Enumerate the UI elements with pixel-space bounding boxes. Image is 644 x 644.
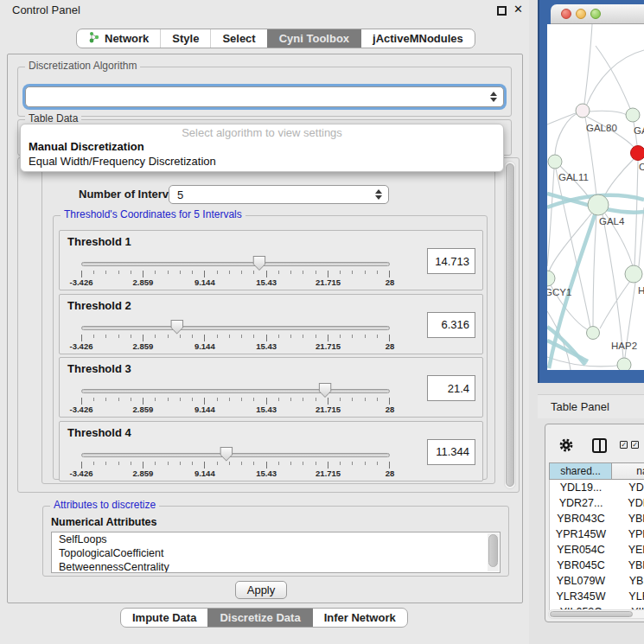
network-node-label: GAL80 — [586, 123, 617, 133]
network-node[interactable] — [626, 108, 640, 122]
threshold-slider[interactable]: -3.426 2.859 9.144 15.43 21.715 — [81, 386, 390, 416]
scrollbar-thumb[interactable] — [550, 611, 633, 617]
interval-definition-group: Interval Definition Number of Intervals … — [41, 166, 495, 484]
apply-button[interactable]: Apply — [235, 581, 287, 599]
dropdown-option-equal-width[interactable]: Equal Width/Frequency Discretization — [21, 154, 503, 169]
threshold-slider[interactable]: -3.426 2.859 9.144 15.43 21.715 — [81, 323, 390, 353]
threshold-value-input[interactable]: 14.713 — [427, 248, 475, 274]
table-row[interactable]: YLR345W YLR3 — [550, 589, 644, 604]
tab-jactivemnodules[interactable]: jActiveMNodules — [360, 29, 475, 48]
threshold-label: Threshold 1 — [67, 235, 131, 248]
table-cell[interactable]: YBL0 — [612, 573, 644, 589]
column-header-name[interactable]: na — [612, 463, 644, 479]
table-cell[interactable]: YBR045C — [550, 558, 612, 573]
tab-style[interactable]: Style — [160, 29, 210, 48]
list-item[interactable]: BetweennessCentrality — [52, 560, 500, 573]
tick-label: 21.715 — [316, 405, 341, 414]
network-window-titlebar[interactable] — [551, 4, 644, 24]
network-node[interactable] — [625, 265, 642, 283]
float-window-icon[interactable] — [497, 6, 507, 16]
table-cell[interactable]: YER054C — [550, 542, 612, 558]
algorithm-combobox[interactable] — [25, 86, 504, 107]
slider-thumb[interactable] — [319, 383, 332, 398]
tab-select[interactable]: Select — [210, 29, 266, 48]
table-row[interactable]: YBR043C YBR0 — [550, 511, 644, 526]
slider-track[interactable] — [81, 453, 390, 457]
table-cell[interactable]: YBR043C — [550, 511, 612, 526]
tab-discretize-data[interactable]: Discretize Data — [207, 609, 311, 627]
tab-network[interactable]: Network — [77, 29, 160, 48]
group-title: Table Data — [25, 112, 81, 124]
table-cell[interactable]: YLR3 — [612, 589, 644, 604]
close-icon[interactable]: ✕ — [513, 3, 523, 16]
settings-scroll-container: Interval Definition Number of Intervals … — [17, 157, 520, 493]
slider-track[interactable] — [81, 326, 390, 330]
table-cell[interactable]: YPR145W — [550, 526, 612, 542]
table-cell[interactable]: YLR345W — [550, 589, 612, 604]
network-node[interactable] — [548, 155, 562, 169]
network-node-label: GA — [634, 125, 644, 136]
threshold-slider[interactable]: -3.426 2.859 9.144 15.43 21.715 — [81, 259, 390, 289]
threshold-value-input[interactable]: 21.4 — [427, 375, 475, 401]
traffic-light-zoom-icon[interactable] — [590, 9, 601, 19]
table-row[interactable]: YDL19... YDL1 — [550, 480, 644, 495]
table-cell[interactable]: YBR0 — [612, 558, 644, 573]
table-cell[interactable]: YDR27... — [550, 495, 612, 511]
number-of-intervals-combobox[interactable]: 5 — [169, 185, 389, 204]
table-cell[interactable]: YER0 — [612, 542, 644, 558]
combo-stepper-icon — [490, 92, 497, 102]
tab-impute-data[interactable]: Impute Data — [121, 609, 207, 627]
list-vertical-scrollbar[interactable] — [488, 533, 499, 571]
scrollbar-thumb[interactable] — [488, 534, 498, 567]
table-row[interactable]: YPR145W YPR1 — [550, 526, 644, 542]
table-row[interactable]: YBR045C YBR0 — [550, 558, 644, 573]
slider-thumb[interactable] — [252, 256, 265, 271]
threshold-box: Threshold 1 -3.426 2.8 — [59, 230, 483, 290]
network-node[interactable] — [576, 104, 590, 118]
table-cell[interactable]: YBR0 — [612, 511, 644, 526]
cyni-bottom-tabbar: Impute Data Discretize Data Infer Networ… — [120, 608, 408, 628]
tab-infer-network[interactable]: Infer Network — [312, 609, 407, 627]
control-panel: Control Panel ✕ Network Style Select Cyn… — [0, 0, 529, 644]
table-row[interactable]: YER054C YER0 — [550, 542, 644, 558]
traffic-light-minimize-icon[interactable] — [576, 9, 586, 19]
threshold-value-input[interactable]: 11.344 — [427, 439, 475, 465]
slider-track[interactable] — [81, 262, 390, 266]
table-row[interactable]: YBL079W YBL0 — [550, 573, 644, 589]
settings-vertical-scrollbar[interactable] — [504, 161, 516, 489]
network-node[interactable] — [588, 194, 609, 215]
cyni-toolbox-panel: Discretization Algorithm Select algorith… — [7, 54, 523, 603]
node-attribute-table: shared... na YDL19... YDL1 YDR27... YDR2… — [549, 462, 644, 610]
table-horizontal-scrollbar[interactable] — [548, 609, 644, 619]
slider-thumb[interactable] — [220, 447, 233, 462]
slider-track[interactable] — [81, 389, 390, 393]
network-node[interactable] — [547, 271, 555, 286]
table-cell[interactable]: YBL079W — [550, 573, 612, 589]
list-item[interactable]: SelfLoops — [52, 532, 500, 546]
traffic-light-close-icon[interactable] — [561, 9, 571, 19]
threshold-value-input[interactable]: 6.316 — [427, 312, 475, 338]
network-node[interactable] — [617, 358, 631, 370]
list-item[interactable]: TopologicalCoefficient — [52, 546, 500, 560]
dropdown-option-manual[interactable]: Manual Discretization — [21, 139, 503, 154]
table-cell[interactable]: YDR2 — [612, 495, 644, 511]
network-canvas[interactable]: GAL80GACGAL11GAL4GCY1HHAP2 — [547, 24, 644, 370]
split-columns-icon[interactable] — [592, 438, 607, 453]
network-node[interactable] — [587, 327, 600, 340]
threshold-slider[interactable]: -3.426 2.859 9.144 15.43 21.715 — [81, 450, 390, 480]
settings-gear-icon[interactable] — [558, 437, 574, 456]
checkbox-icon[interactable]: ✓ — [631, 441, 639, 449]
column-header-shared-name[interactable]: shared... — [550, 463, 612, 479]
table-cell[interactable]: YPR1 — [612, 526, 644, 542]
tick-label: -3.426 — [70, 341, 93, 351]
tab-label: Select — [222, 32, 255, 45]
tick-label: 28 — [386, 277, 395, 287]
tab-cyni-toolbox[interactable]: Cyni Toolbox — [267, 29, 360, 48]
table-row[interactable]: YDR27... YDR2 — [550, 495, 644, 511]
network-node[interactable] — [631, 146, 644, 161]
checkbox-icon[interactable]: ✓ — [620, 441, 628, 449]
table-cell[interactable]: YDL1 — [612, 480, 644, 495]
slider-thumb[interactable] — [170, 320, 183, 335]
scrollbar-thumb[interactable] — [506, 163, 514, 487]
table-cell[interactable]: YDL19... — [550, 480, 612, 495]
